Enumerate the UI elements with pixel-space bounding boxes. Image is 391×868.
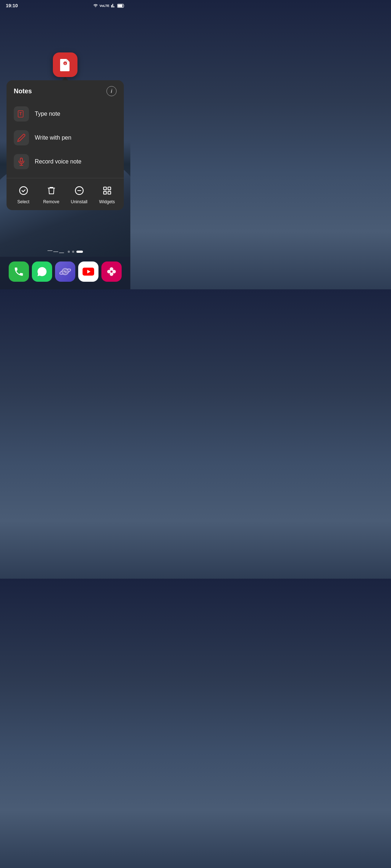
dock-browser[interactable] <box>55 261 75 282</box>
uninstall-icon <box>73 184 86 197</box>
menu-item-write-pen[interactable]: Write with pen <box>7 126 124 150</box>
uninstall-label: Uninstall <box>71 199 87 204</box>
widgets-action[interactable]: Widgets <box>96 184 118 204</box>
context-menu: Notes i T Type note Write with pen <box>7 80 124 210</box>
dock-flower[interactable] <box>101 261 122 282</box>
bluetooth-icon <box>87 3 92 8</box>
whatsapp-icon <box>37 266 47 277</box>
phone-icon <box>13 266 24 277</box>
svg-rect-12 <box>108 191 111 194</box>
menu-actions: Select Remove Uninstall <box>7 180 124 210</box>
status-icons: VoLTE <box>87 3 125 8</box>
page-lines-icon3 <box>59 252 64 253</box>
svg-point-7 <box>20 187 28 195</box>
flower-icon <box>106 266 117 277</box>
lte-icon: VoLTE <box>100 4 109 8</box>
svg-rect-11 <box>104 191 106 194</box>
voice-note-icon-bg <box>14 154 29 169</box>
svg-rect-9 <box>104 187 106 190</box>
write-pen-icon-bg <box>14 130 29 145</box>
menu-item-type-note[interactable]: T Type note <box>7 102 124 126</box>
svg-point-23 <box>110 271 113 273</box>
battery-icon <box>117 4 125 8</box>
signal-icon <box>111 3 116 8</box>
svg-rect-10 <box>108 187 111 190</box>
dock <box>0 257 130 289</box>
notes-app-icon[interactable]: T <box>53 52 77 77</box>
menu-title: Notes <box>14 88 32 95</box>
status-bar: 19:10 VoLTE <box>0 0 130 10</box>
widgets-icon <box>101 184 114 197</box>
select-label: Select <box>17 199 29 204</box>
type-note-icon-bg: T <box>14 106 29 122</box>
voice-note-label: Record voice note <box>35 158 81 165</box>
type-note-icon: T <box>17 110 26 118</box>
page-dot-2 <box>72 251 74 253</box>
menu-items: T Type note Write with pen Record voi <box>7 101 124 176</box>
page-lines-icon <box>47 250 52 251</box>
browser-icon <box>59 266 71 277</box>
page-dot-1 <box>68 251 70 253</box>
page-indicator <box>47 250 83 253</box>
notes-icon: T <box>58 58 72 72</box>
svg-text:T: T <box>64 62 66 65</box>
mic-icon <box>17 157 26 166</box>
svg-rect-6 <box>20 158 22 162</box>
page-lines-icon2 <box>53 251 58 252</box>
svg-text:T: T <box>19 111 22 116</box>
menu-header: Notes i <box>7 80 124 101</box>
dock-youtube[interactable] <box>78 261 98 282</box>
youtube-icon <box>83 268 94 276</box>
type-note-label: Type note <box>35 111 60 117</box>
remove-action[interactable]: Remove <box>41 184 62 204</box>
wifi-icon <box>93 3 98 8</box>
select-icon <box>17 184 30 197</box>
svg-rect-1 <box>118 4 122 7</box>
write-pen-icon <box>17 133 26 142</box>
widgets-label: Widgets <box>99 199 115 204</box>
select-action[interactable]: Select <box>13 184 34 204</box>
dock-whatsapp[interactable] <box>32 261 52 282</box>
remove-label: Remove <box>43 199 59 204</box>
page-dot-3-active <box>76 251 83 253</box>
status-time: 19:10 <box>6 3 18 8</box>
dock-phone[interactable] <box>9 261 29 282</box>
info-button[interactable]: i <box>106 86 117 96</box>
menu-item-voice-note[interactable]: Record voice note <box>7 150 124 174</box>
remove-icon <box>45 184 58 197</box>
uninstall-action[interactable]: Uninstall <box>68 184 90 204</box>
write-pen-label: Write with pen <box>35 135 71 141</box>
menu-divider <box>7 178 124 178</box>
